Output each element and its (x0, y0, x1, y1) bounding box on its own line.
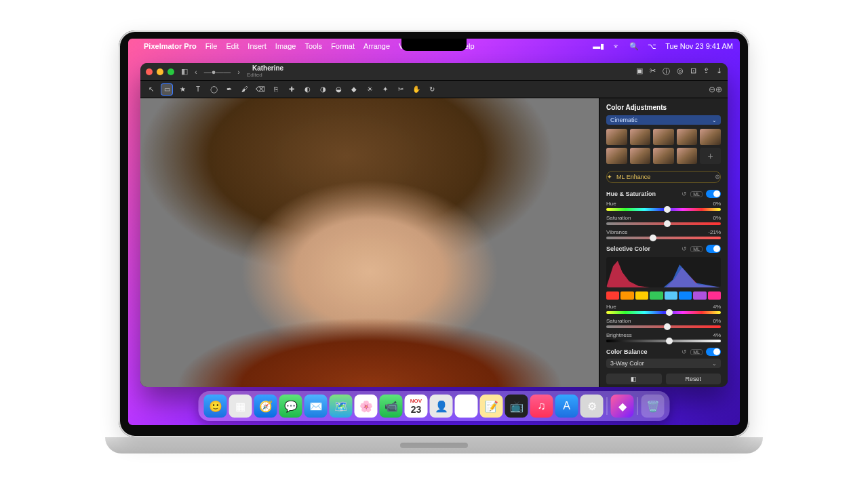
reset-icon[interactable]: ↺ (682, 245, 687, 252)
menu-arrange[interactable]: Arrange (363, 42, 390, 50)
dock-pixelmator[interactable]: ◆ (611, 395, 634, 418)
zoom-slider-icon[interactable]: —●—— (204, 68, 231, 76)
compare-button[interactable]: ◧ (606, 374, 662, 384)
dock-contacts[interactable]: 👤 (430, 395, 453, 418)
crop-icon[interactable]: ✂︎ (650, 66, 656, 77)
section-toggle[interactable] (706, 348, 721, 356)
preset-thumb[interactable] (677, 129, 698, 145)
color-swatch[interactable] (620, 291, 633, 300)
menu-image[interactable]: Image (275, 42, 296, 50)
dock-facetime[interactable]: 📹 (380, 395, 403, 418)
control-center-icon[interactable]: ⌥ (648, 42, 656, 51)
sc-hue-slider[interactable] (606, 311, 721, 314)
ml-badge[interactable]: ML (690, 191, 703, 197)
tool-rotate[interactable]: ↻ (427, 84, 437, 95)
saturation-slider[interactable] (606, 222, 721, 225)
tool-crop[interactable]: ✂︎ (395, 84, 406, 95)
sc-sat-slider[interactable] (606, 325, 721, 328)
tool-blur1[interactable]: ◐ (302, 84, 313, 95)
dock-finder[interactable]: 🙂 (204, 395, 227, 418)
canvas[interactable] (140, 98, 599, 387)
ml-badge[interactable]: ML (690, 349, 703, 355)
section-toggle[interactable] (706, 190, 721, 198)
presets-icon[interactable]: ⊡ (690, 66, 696, 77)
preset-thumb[interactable] (653, 129, 674, 145)
preset-thumb[interactable] (630, 148, 651, 164)
dock-mail[interactable]: ✉️ (304, 395, 328, 418)
tool-blur3[interactable]: ◒ (333, 84, 344, 95)
dock-launchpad[interactable]: ▦ (229, 395, 252, 418)
section-toggle[interactable] (706, 245, 721, 253)
menu-tools[interactable]: Tools (304, 42, 322, 50)
battery-icon[interactable]: ▬▮ (593, 42, 604, 51)
tool-rect-select[interactable]: ▭ (161, 84, 172, 95)
ml-badge[interactable]: ML (690, 246, 703, 252)
tool-arrow[interactable]: ↖ (146, 84, 157, 95)
dock-messages[interactable]: 💬 (279, 395, 302, 418)
color-swatch[interactable] (665, 291, 677, 300)
vibrance-slider[interactable] (606, 237, 721, 239)
menu-insert[interactable]: Insert (248, 42, 267, 50)
menu-file[interactable]: File (205, 42, 218, 50)
tool-star[interactable]: ★ (177, 84, 188, 95)
color-swatch[interactable] (693, 291, 706, 300)
color-balance-mode-select[interactable]: 3-Way Color ⌄ (606, 359, 721, 368)
dock-reminders[interactable]: ☑︎ (455, 395, 478, 418)
export-icon[interactable]: ⤓ (716, 66, 722, 77)
dock-tv[interactable]: 📺 (505, 395, 528, 418)
tool-brush[interactable]: 🖌 (239, 84, 250, 95)
menu-edit[interactable]: Edit (226, 42, 239, 50)
preset-thumb[interactable] (630, 129, 651, 145)
dock-safari[interactable]: 🧭 (254, 395, 277, 418)
zoom-indicator[interactable]: ⊖⊕ (709, 85, 722, 94)
spotlight-icon[interactable]: 🔍 (629, 42, 639, 51)
menubar-app-name[interactable]: Pixelmator Pro (144, 42, 197, 50)
tool-heal[interactable]: ✚ (286, 84, 297, 95)
dock-photos[interactable]: 🌸 (355, 395, 378, 418)
preset-thumb[interactable] (606, 148, 627, 164)
dock-music[interactable]: ♫ (530, 395, 553, 418)
reset-button[interactable]: Reset (666, 374, 722, 384)
menubar-clock[interactable]: Tue Nov 23 9:41 AM (665, 42, 733, 50)
tool-clone[interactable]: ⎘ (271, 84, 281, 95)
preset-thumb[interactable] (606, 129, 627, 145)
color-swatch[interactable] (708, 291, 721, 300)
preset-thumb[interactable] (653, 148, 674, 164)
tool-hand[interactable]: ✋ (411, 84, 422, 95)
color-swatch[interactable] (606, 291, 619, 300)
preset-thumb[interactable] (677, 148, 698, 164)
tool-light[interactable]: ✦ (380, 84, 391, 95)
close-button[interactable] (146, 68, 153, 75)
adjust-icon[interactable]: ◎ (677, 66, 684, 77)
color-swatch[interactable] (635, 291, 648, 300)
preset-thumb[interactable] (700, 129, 721, 145)
tool-erase[interactable]: ⌫ (255, 84, 266, 95)
ml-enhance-button[interactable]: ✦ ML Enhance ⚙︎ (606, 171, 721, 183)
tool-shape[interactable]: ◯ (208, 84, 219, 95)
dock-notes[interactable]: 📝 (480, 395, 503, 418)
share-icon[interactable]: ⇪ (703, 66, 709, 77)
hue-slider[interactable] (606, 208, 721, 211)
reset-icon[interactable]: ↺ (682, 348, 687, 355)
gear-icon[interactable]: ⚙︎ (715, 174, 720, 180)
reset-icon[interactable]: ↺ (682, 190, 687, 197)
dock-settings[interactable]: ⚙︎ (580, 395, 604, 418)
tool-pen[interactable]: ✒︎ (224, 84, 235, 95)
dock-maps[interactable]: 🗺️ (330, 395, 353, 418)
wifi-icon[interactable]: ᯤ (613, 42, 620, 50)
sidebar-toggle-icon[interactable]: ◧ (181, 67, 188, 76)
preset-dropdown[interactable]: Cinematic ⌄ (606, 115, 721, 125)
menu-format[interactable]: Format (331, 42, 355, 50)
tool-exposure[interactable]: ☀︎ (364, 84, 375, 95)
dock-appstore[interactable]: A (555, 395, 578, 418)
add-preset-button[interactable]: + (700, 148, 721, 164)
info-icon[interactable]: ⓘ (663, 66, 670, 77)
sc-brightness-slider[interactable] (606, 340, 721, 342)
color-swatch[interactable] (679, 291, 692, 300)
tool-sharpen[interactable]: ◆ (349, 84, 359, 95)
minimize-button[interactable] (157, 68, 163, 75)
layers-icon[interactable]: ▣ (636, 66, 643, 77)
dock-trash[interactable]: 🗑️ (642, 395, 665, 418)
nav-fwd-icon[interactable]: › (237, 68, 240, 76)
tool-blur2[interactable]: ◑ (317, 84, 328, 95)
